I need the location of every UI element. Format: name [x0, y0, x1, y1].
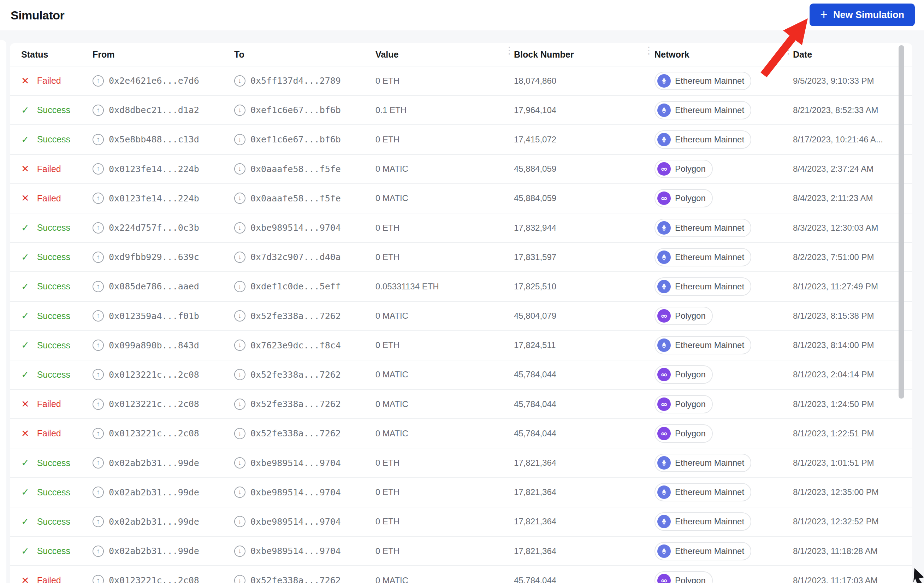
column-header-value: Value	[375, 50, 514, 60]
from-address: 0x012359a4...f01b	[109, 311, 199, 321]
network-label: Ethereum Mainnet	[675, 135, 744, 145]
network-icon	[657, 280, 671, 293]
network-cell: Ethereum Mainnet	[655, 101, 793, 119]
table-row[interactable]: ✓ Success ↑ 0xd9fbb929...639c ↓ 0x7d32c9…	[10, 243, 912, 272]
status-icon: ✕	[21, 398, 29, 410]
column-resize-handle-icon[interactable]: ⋮	[784, 48, 785, 62]
table-row[interactable]: ✓ Success ↑ 0x02ab2b31...99de ↓ 0xbe9895…	[10, 448, 912, 478]
table-row[interactable]: ✓ Success ↑ 0x5e8bb488...c13d ↓ 0xef1c6e…	[10, 125, 912, 154]
table-row[interactable]: ✓ Success ↑ 0x02ab2b31...99de ↓ 0xbe9895…	[10, 478, 912, 507]
column-resize-handle-icon[interactable]: ⋮	[644, 48, 646, 62]
new-simulation-button[interactable]: + New Simulation	[810, 3, 915, 26]
to-cell: ↓ 0x7d32c907...d40a	[234, 251, 375, 263]
to-cell: ↓ 0x0aaafe58...f5fe	[234, 163, 375, 175]
from-arrow-up-icon: ↑	[92, 310, 104, 322]
to-address: 0xef1c6e67...bf6b	[251, 105, 341, 115]
table-row[interactable]: ✕ Failed ↑ 0x2e4621e6...e7d6 ↓ 0x5ff137d…	[10, 66, 912, 96]
block-number-cell: 17,964,104	[514, 105, 655, 115]
network-label: Ethereum Mainnet	[675, 105, 744, 115]
table-row[interactable]: ✕ Failed ↑ 0x0123221c...2c08 ↓ 0x52fe338…	[10, 419, 912, 448]
table-row[interactable]: ✓ Success ↑ 0xd8dbec21...d1a2 ↓ 0xef1c6e…	[10, 96, 912, 125]
from-arrow-up-icon: ↑	[92, 104, 104, 116]
to-arrow-down-icon: ↓	[234, 222, 246, 234]
from-cell: ↑ 0xd9fbb929...639c	[92, 251, 234, 263]
table-row[interactable]: ✓ Success ↑ 0x0123221c...2c08 ↓ 0x52fe33…	[10, 360, 912, 390]
to-address: 0xbe989514...9704	[251, 458, 341, 468]
column-resize-handle-icon[interactable]: ⋮	[504, 48, 507, 62]
table-row[interactable]: ✓ Success ↑ 0x02ab2b31...99de ↓ 0xbe9895…	[10, 537, 912, 566]
from-cell: ↑ 0x085de786...aaed	[92, 281, 234, 292]
date-text: 8/17/2023, 10:21:46 A...	[793, 135, 883, 145]
network-cell: Ethereum Mainnet	[655, 248, 793, 266]
table-row[interactable]: ✓ Success ↑ 0x02ab2b31...99de ↓ 0xbe9895…	[10, 507, 912, 537]
block-number-cell: 45,784,044	[514, 576, 655, 583]
status-label: Success	[37, 134, 70, 145]
from-address: 0x0123221c...2c08	[109, 428, 199, 438]
to-address: 0x52fe338a...7262	[251, 575, 341, 583]
date-text: 8/1/2023, 1:24:50 PM	[793, 399, 874, 409]
status-icon: ✓	[21, 545, 29, 557]
from-arrow-up-icon: ↑	[92, 369, 104, 380]
scrollbar-thumb[interactable]	[899, 45, 904, 398]
network-badge: Ethereum Mainnet	[655, 248, 751, 266]
to-address: 0x7623e9dc...f8c4	[251, 340, 341, 350]
to-address: 0xef1c6e67...bf6b	[251, 134, 341, 145]
table-row[interactable]: ✓ Success ↑ 0x099a890b...843d ↓ 0x7623e9…	[10, 331, 912, 360]
status-icon: ✕	[21, 428, 29, 439]
table-row[interactable]: ✕ Failed ↑ 0x0123221c...2c08 ↓ 0x52fe338…	[10, 566, 912, 583]
block-number-text: 17,821,364	[514, 546, 556, 556]
date-cell: 8/1/2023, 8:15:38 PM	[793, 311, 912, 321]
network-label: Ethereum Mainnet	[675, 487, 744, 497]
value-cell: 0 ETH	[375, 517, 514, 527]
from-arrow-up-icon: ↑	[92, 398, 104, 410]
status-cell: ✓ Success	[21, 340, 92, 351]
block-number-text: 45,784,044	[514, 576, 556, 583]
status-icon: ✕	[21, 163, 29, 175]
value-cell: 0 ETH	[375, 223, 514, 233]
value-cell: 0 ETH	[375, 76, 514, 86]
date-text: 8/1/2023, 2:04:14 PM	[793, 370, 874, 380]
network-badge: Ethereum Mainnet	[655, 219, 751, 237]
to-cell: ↓ 0x0aaafe58...f5fe	[234, 193, 375, 204]
block-number-text: 17,415,072	[514, 135, 556, 145]
from-address: 0x5e8bb488...c13d	[109, 134, 199, 145]
network-icon: ∞	[657, 162, 671, 176]
block-number-cell: 17,825,510	[514, 282, 655, 292]
table-row[interactable]: ✕ Failed ↑ 0x0123221c...2c08 ↓ 0x52fe338…	[10, 390, 912, 419]
table-row[interactable]: ✓ Success ↑ 0x085de786...aaed ↓ 0xdef1c0…	[10, 272, 912, 301]
table-row[interactable]: ✕ Failed ↑ 0x0123fe14...224b ↓ 0x0aaafe5…	[10, 184, 912, 213]
date-text: 8/1/2023, 11:27:49 PM	[793, 282, 878, 292]
from-cell: ↑ 0x0123fe14...224b	[92, 163, 234, 175]
table-row[interactable]: ✕ Failed ↑ 0x0123fe14...224b ↓ 0x0aaafe5…	[10, 155, 912, 184]
status-label: Success	[37, 487, 70, 497]
to-arrow-down-icon: ↓	[234, 193, 246, 204]
date-text: 8/21/2023, 8:52:33 AM	[793, 105, 878, 115]
value-cell: 0 MATIC	[375, 164, 514, 174]
mouse-cursor-icon	[913, 568, 924, 583]
to-cell: ↓ 0xdef1c0de...5eff	[234, 281, 375, 292]
value-text: 0 ETH	[375, 487, 399, 497]
status-label: Success	[37, 223, 70, 233]
status-label: Success	[37, 311, 70, 321]
date-cell: 9/5/2023, 9:10:33 PM	[793, 76, 912, 86]
status-cell: ✓ Success	[21, 369, 92, 380]
network-label: Polygon	[675, 399, 706, 409]
to-cell: ↓ 0xbe989514...9704	[234, 222, 375, 234]
date-text: 8/1/2023, 8:15:38 PM	[793, 311, 874, 321]
status-cell: ✓ Success	[21, 545, 92, 557]
network-icon: ∞	[657, 427, 671, 440]
status-label: Failed	[37, 193, 61, 203]
status-label: Failed	[37, 428, 61, 438]
from-cell: ↑ 0x02ab2b31...99de	[92, 516, 234, 527]
date-cell: 8/1/2023, 11:18:28 AM	[793, 546, 912, 556]
status-icon: ✓	[21, 251, 29, 263]
block-number-text: 17,821,364	[514, 517, 556, 527]
table-row[interactable]: ✓ Success ↑ 0x224d757f...0c3b ↓ 0xbe9895…	[10, 213, 912, 243]
status-label: Failed	[37, 164, 61, 174]
date-cell: 8/17/2023, 10:21:46 A...	[793, 135, 912, 145]
network-badge: Ethereum Mainnet	[655, 277, 751, 296]
to-arrow-down-icon: ↓	[234, 163, 246, 175]
to-address: 0xbe989514...9704	[251, 517, 341, 527]
table-row[interactable]: ✓ Success ↑ 0x012359a4...f01b ↓ 0x52fe33…	[10, 302, 912, 331]
status-label: Success	[37, 105, 70, 115]
